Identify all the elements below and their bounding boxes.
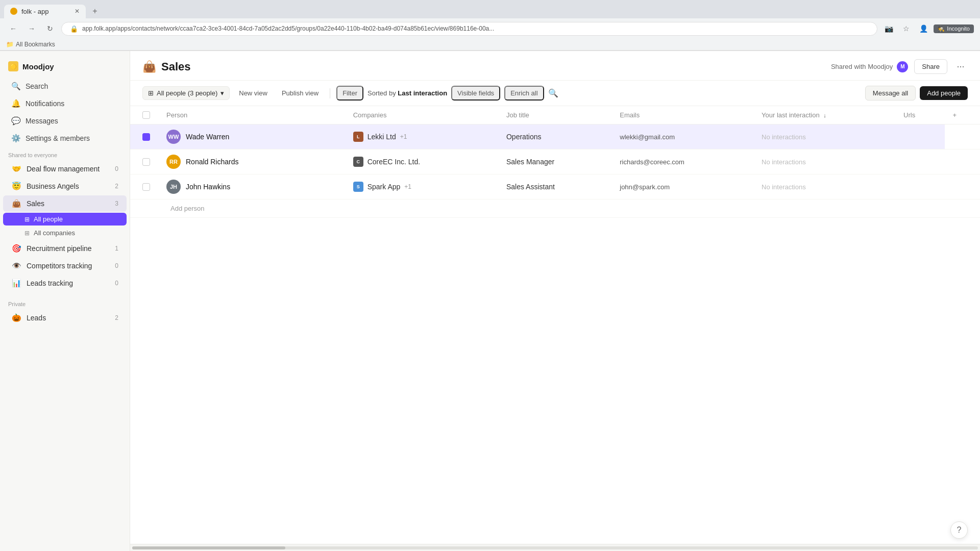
forward-button[interactable]: → bbox=[24, 21, 39, 36]
tab-favicon bbox=[10, 8, 17, 15]
row3-more-button[interactable]: ··· bbox=[324, 181, 336, 192]
sidebar-sub-item-all-companies[interactable]: ⊞ All companies bbox=[3, 227, 127, 239]
sidebar-item-leads[interactable]: 🎃 Leads 2 bbox=[3, 310, 127, 326]
row2-person-name: Ronald Richards bbox=[186, 158, 239, 166]
sorted-by-field: Last interaction bbox=[398, 89, 447, 97]
recruitment-label: Recruitment pipeline bbox=[27, 244, 110, 253]
sidebar-item-sales[interactable]: 👜 Sales 3 bbox=[3, 195, 127, 212]
sidebar-item-search[interactable]: 🔍 Search bbox=[3, 78, 127, 94]
row2-company: C CoreEC Inc. Ltd. bbox=[353, 157, 490, 167]
col-urls: Urls bbox=[895, 106, 945, 124]
bookmarks-icon: 📁 bbox=[6, 41, 14, 48]
more-options-button[interactable]: ··· bbox=[953, 60, 968, 74]
add-person-label[interactable]: Add person bbox=[158, 199, 980, 218]
table-header-row: Person Companies Job title Emails Your l… bbox=[130, 106, 980, 124]
enrich-all-button[interactable]: Enrich all bbox=[504, 86, 544, 101]
app-name: Moodjoy bbox=[22, 62, 54, 71]
row1-urls bbox=[895, 124, 945, 149]
address-bar[interactable]: 🔒 app.folk.app/apps/contacts/network/cca… bbox=[61, 22, 877, 36]
app-logo: 🟡 bbox=[8, 61, 18, 71]
view-icon: ⊞ bbox=[148, 89, 154, 97]
sidebar-header: 🟡 Moodjoy bbox=[0, 57, 130, 76]
col-add[interactable]: + bbox=[945, 106, 980, 124]
sidebar-item-notifications[interactable]: 🔔 Notifications bbox=[3, 95, 127, 112]
add-person-row[interactable]: Add person bbox=[130, 199, 980, 218]
row3-company-cell: S Spark App +1 bbox=[345, 174, 498, 199]
col-companies: Companies bbox=[345, 106, 498, 124]
notifications-icon: 🔔 bbox=[11, 99, 20, 108]
sort-icon: ↓ bbox=[823, 112, 826, 118]
sidebar-item-messages[interactable]: 💬 Messages bbox=[3, 113, 127, 129]
publish-view-button[interactable]: Publish view bbox=[277, 87, 324, 99]
row1-checkbox[interactable] bbox=[142, 133, 150, 141]
row3-job-title: Sales Assistant bbox=[498, 174, 611, 199]
sidebar-item-recruitment[interactable]: 🎯 Recruitment pipeline 1 bbox=[3, 240, 127, 257]
app-container: 🟡 Moodjoy 🔍 Search 🔔 Notifications 💬 Mes… bbox=[0, 51, 980, 551]
lock-icon: 🔒 bbox=[70, 25, 78, 33]
refresh-button[interactable]: ↻ bbox=[43, 21, 57, 36]
incognito-icon: 🕵️ bbox=[938, 26, 945, 32]
sidebar-notifications-label: Notifications bbox=[26, 99, 64, 108]
browser-action-buttons: 📷 ☆ 👤 🕵️ Incognito bbox=[881, 21, 974, 36]
row3-urls bbox=[895, 174, 945, 199]
table-row: WW Wade Warren ··· L Lekki Ltd bbox=[130, 124, 980, 149]
col-emails: Emails bbox=[611, 106, 753, 124]
page-title-icon: 👜 bbox=[142, 60, 156, 73]
page-header-actions: Shared with Moodjoy M Share ··· bbox=[831, 59, 968, 74]
active-tab[interactable]: folk - app ✕ bbox=[4, 5, 86, 18]
recruitment-icon: 🎯 bbox=[11, 243, 21, 254]
shared-with-label: Shared with Moodjoy bbox=[831, 63, 893, 70]
row3-person-name: John Hawkins bbox=[186, 183, 230, 191]
row1-more-button[interactable]: ··· bbox=[324, 131, 336, 142]
browser-nav-bar: ← → ↻ 🔒 app.folk.app/apps/contacts/netwo… bbox=[0, 18, 980, 39]
sidebar-item-settings[interactable]: ⚙️ Settings & members bbox=[3, 130, 127, 146]
row1-company: L Lekki Ltd +1 bbox=[353, 132, 490, 142]
visible-fields-button[interactable]: Visible fields bbox=[451, 86, 500, 101]
bottom-scrollbar[interactable] bbox=[130, 544, 980, 551]
sidebar-item-deal-flow[interactable]: 🤝 Deal flow management 0 bbox=[3, 161, 127, 177]
tab-title: folk - app bbox=[21, 8, 48, 15]
tab-close-button[interactable]: ✕ bbox=[75, 8, 80, 15]
business-angels-badge: 2 bbox=[115, 183, 118, 190]
table-row: JH John Hawkins ··· S Spark App bbox=[130, 174, 980, 199]
row1-checkbox-cell bbox=[130, 124, 158, 149]
new-view-button[interactable]: New view bbox=[234, 87, 273, 99]
leads-tracking-icon: 📊 bbox=[11, 278, 21, 288]
row2-urls bbox=[895, 149, 945, 174]
sales-label: Sales bbox=[27, 199, 110, 208]
row2-person: RR Ronald Richards ··· bbox=[166, 155, 337, 169]
row2-last-interaction: No interactions bbox=[753, 149, 895, 174]
row2-person-cell: RR Ronald Richards ··· bbox=[158, 149, 345, 174]
business-angels-label: Business Angels bbox=[27, 182, 110, 190]
sort-indicator: Sorted by Last interaction bbox=[368, 89, 447, 97]
row1-person-cell: WW Wade Warren ··· bbox=[158, 124, 345, 149]
profile-icon[interactable]: 👤 bbox=[916, 21, 930, 36]
row3-checkbox[interactable] bbox=[142, 183, 150, 191]
recruitment-badge: 1 bbox=[115, 245, 118, 252]
help-button[interactable]: ? bbox=[950, 521, 968, 539]
select-all-checkbox[interactable] bbox=[142, 111, 150, 119]
search-toolbar-icon[interactable]: 🔍 bbox=[548, 88, 558, 98]
competitors-badge: 0 bbox=[115, 262, 118, 269]
sidebar-item-business-angels[interactable]: 😇 Business Angels 2 bbox=[3, 178, 127, 194]
row2-more-button[interactable]: ··· bbox=[324, 156, 336, 167]
message-all-button[interactable]: Message all bbox=[865, 86, 916, 101]
row2-email: richards@coreec.com bbox=[611, 149, 753, 174]
table-row: RR Ronald Richards ··· C CoreEC Inc. Ltd… bbox=[130, 149, 980, 174]
back-button[interactable]: ← bbox=[6, 21, 20, 36]
view-selector[interactable]: ⊞ All people (3 people) ▾ bbox=[142, 86, 230, 100]
bookmark-star-icon[interactable]: ☆ bbox=[899, 21, 913, 36]
browser-chrome: folk - app ✕ + ← → ↻ 🔒 app.folk.app/apps… bbox=[0, 0, 980, 51]
col-job-title: Job title bbox=[498, 106, 611, 124]
add-people-button[interactable]: Add people bbox=[920, 86, 968, 100]
share-button[interactable]: Share bbox=[914, 59, 947, 74]
new-tab-button[interactable]: + bbox=[88, 4, 102, 18]
sidebar-item-competitors[interactable]: 👁️ Competitors tracking 0 bbox=[3, 258, 127, 274]
camera-icon[interactable]: 📷 bbox=[881, 21, 896, 36]
sidebar-sub-item-all-people[interactable]: ⊞ All people bbox=[3, 213, 127, 226]
row2-checkbox[interactable] bbox=[142, 158, 150, 166]
row1-company-cell: L Lekki Ltd +1 bbox=[345, 124, 498, 149]
filter-button[interactable]: Filter bbox=[336, 86, 363, 101]
sales-badge: 3 bbox=[115, 200, 118, 207]
sidebar-item-leads-tracking[interactable]: 📊 Leads tracking 0 bbox=[3, 275, 127, 291]
